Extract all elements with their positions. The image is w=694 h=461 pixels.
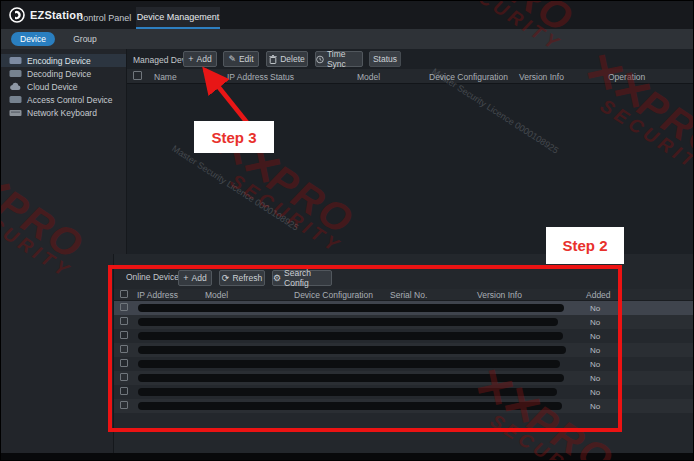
time-sync-button[interactable]: Time Sync (315, 51, 363, 67)
column-header-device-configuration[interactable]: Device Configuration (294, 290, 373, 300)
redacted-device-info (138, 304, 564, 312)
sidebar-item-decoding-device[interactable]: Decoding Device (1, 67, 126, 80)
status-button[interactable]: Status (369, 51, 401, 67)
table-row[interactable]: No (114, 371, 694, 385)
column-header-ip-address[interactable]: IP Address (137, 290, 178, 300)
redacted-device-info (138, 318, 558, 326)
decoding-device-icon (9, 69, 22, 78)
clock-icon (316, 55, 324, 64)
sidebar-item-network-keyboard[interactable]: Network Keyboard (1, 106, 126, 119)
encoding-device-icon (9, 56, 22, 65)
edit-button[interactable]: ✎ Edit (223, 51, 259, 67)
row-checkbox[interactable] (120, 303, 128, 311)
delete-button[interactable]: Delete (266, 51, 308, 67)
managed-table-header: Name IP Address Status Model Device Conf… (127, 69, 694, 84)
refresh-button[interactable]: ⟳ Refresh (219, 270, 265, 286)
plus-icon: + (183, 274, 188, 283)
network-keyboard-icon (9, 108, 22, 117)
table-row[interactable]: No (114, 357, 694, 371)
managed-add-button[interactable]: + Add (183, 51, 217, 67)
step2-label: Step 2 (546, 227, 624, 264)
sidebar-item-cloud-device[interactable]: Cloud Device (1, 80, 126, 93)
added-status: No (590, 402, 600, 411)
row-checkbox[interactable] (120, 401, 128, 409)
sidebar-item-label: Network Keyboard (27, 108, 97, 118)
search-config-button[interactable]: ⚙ Search Config (272, 270, 332, 286)
column-header-operation[interactable]: Operation (608, 72, 645, 82)
table-row[interactable]: No (114, 329, 694, 343)
gear-icon: ⚙ (273, 274, 281, 283)
sidebar-item-label: Cloud Device (27, 82, 78, 92)
added-status: No (590, 374, 600, 383)
row-checkbox[interactable] (120, 359, 128, 367)
online-table-body: No No No No No (114, 301, 694, 413)
column-header-serial-no[interactable]: Serial No. (390, 290, 427, 300)
step3-label: Step 3 (194, 121, 274, 153)
column-header-model[interactable]: Model (357, 72, 380, 82)
added-status: No (590, 318, 600, 327)
sidebar-item-label: Encoding Device (27, 56, 91, 66)
redacted-device-info (138, 402, 562, 410)
row-checkbox[interactable] (120, 317, 128, 325)
redacted-device-info (138, 360, 560, 368)
sidebar-item-encoding-device[interactable]: Encoding Device (1, 54, 126, 67)
tab-control-panel[interactable]: Control Panel (73, 7, 135, 29)
access-control-device-icon (9, 95, 22, 104)
column-header-name[interactable]: Name (154, 72, 177, 82)
column-header-version-info[interactable]: Version Info (477, 290, 522, 300)
tab-device-management[interactable]: Device Management (136, 7, 220, 29)
column-header-device-configuration[interactable]: Device Configuration (429, 72, 508, 82)
table-row[interactable]: No (114, 399, 694, 413)
table-row[interactable]: No (114, 301, 694, 315)
trash-icon (269, 55, 277, 64)
column-header-status[interactable]: Status (270, 72, 294, 82)
managed-toolbar: Managed Device(0) + Add ✎ Edit Delete Ti… (127, 49, 694, 69)
select-all-checkbox[interactable] (133, 71, 142, 80)
pencil-icon: ✎ (228, 55, 236, 64)
sidebar-item-label: Access Control Device (27, 95, 113, 105)
ezstation-window: ✕✕PRO SECURITY ✕✕PRO SECURITY ✕✕PRO SECU… (0, 0, 694, 461)
title-bar: EZStation Control Panel Device Managemen… (1, 1, 694, 29)
table-row[interactable]: No (114, 315, 694, 329)
added-status: No (590, 346, 600, 355)
row-checkbox[interactable] (120, 373, 128, 381)
online-device-panel: Online Device (8) + Add ⟳ Refresh ⚙ Sear… (113, 254, 694, 453)
redacted-device-info (138, 332, 563, 340)
online-add-button[interactable]: + Add (178, 270, 212, 286)
column-header-version-info[interactable]: Version Info (519, 72, 564, 82)
row-checkbox[interactable] (120, 331, 128, 339)
column-header-ip-address[interactable]: IP Address (227, 72, 268, 82)
tab-group[interactable]: Group (63, 32, 107, 46)
refresh-icon: ⟳ (222, 274, 230, 283)
ezstation-logo-icon (9, 7, 25, 23)
sidebar-item-label: Decoding Device (27, 69, 91, 79)
added-status: No (590, 388, 600, 397)
added-status: No (590, 304, 600, 313)
bottom-strip (1, 453, 694, 461)
tab-device[interactable]: Device (11, 32, 55, 46)
plus-icon: + (188, 55, 193, 64)
column-header-added[interactable]: Added (586, 290, 611, 300)
cloud-device-icon (9, 82, 22, 91)
added-status: No (590, 360, 600, 369)
device-type-sidebar: Encoding Device Decoding Device Cloud De… (1, 49, 126, 453)
row-checkbox[interactable] (120, 345, 128, 353)
select-all-checkbox[interactable] (120, 290, 128, 298)
column-header-model[interactable]: Model (205, 290, 228, 300)
table-row[interactable]: No (114, 343, 694, 357)
table-row[interactable]: No (114, 385, 694, 399)
online-table-header: IP Address Model Device Configuration Se… (114, 289, 694, 301)
redacted-device-info (138, 346, 566, 354)
row-checkbox[interactable] (120, 387, 128, 395)
online-toolbar: Online Device (8) + Add ⟳ Refresh ⚙ Sear… (114, 267, 694, 287)
redacted-device-info (138, 374, 564, 382)
redacted-device-info (138, 388, 557, 396)
added-status: No (590, 332, 600, 341)
sidebar-item-access-control-device[interactable]: Access Control Device (1, 93, 126, 106)
